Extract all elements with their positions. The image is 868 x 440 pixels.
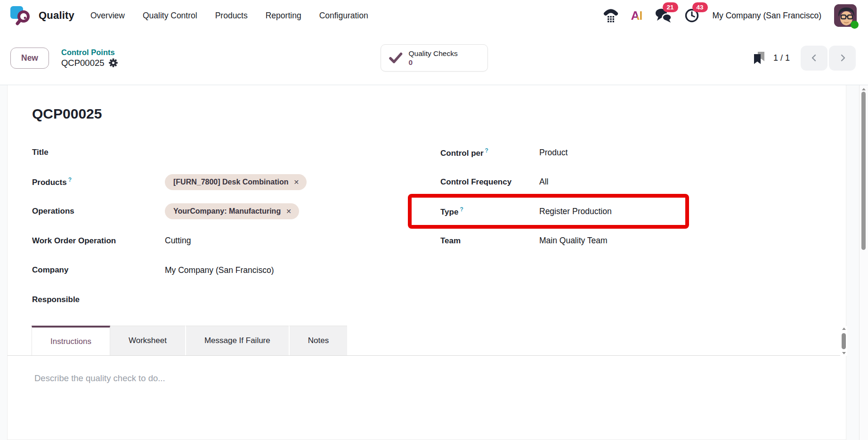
breadcrumb-control-points[interactable]: Control Points: [61, 48, 118, 57]
field-row-products: Products? [FURN_7800] Desk Combination ✕: [32, 168, 333, 197]
menu-item-overview[interactable]: Overview: [90, 11, 125, 21]
field-row-work-order-operation: Work Order Operation Cutting: [32, 226, 333, 256]
work-order-operation-label: Work Order Operation: [32, 236, 165, 246]
chevron-right-icon: [838, 53, 847, 63]
quality-checks-stat-text: Quality Checks 0: [409, 49, 458, 67]
operations-field-label: Operations: [32, 207, 165, 216]
main-menu: Overview Quality Control Products Report…: [90, 11, 368, 21]
scroll-down-icon[interactable]: [842, 352, 846, 354]
company-switcher[interactable]: My Company (San Francisco): [713, 11, 821, 21]
instructions-editor-placeholder[interactable]: Describe the quality check to do...: [34, 373, 165, 384]
main-scrollbar[interactable]: [859, 85, 868, 440]
products-label-text: Products: [32, 178, 67, 187]
type-label-text: Type: [440, 208, 458, 216]
product-tag[interactable]: [FURN_7800] Desk Combination ✕: [165, 174, 307, 190]
breadcrumb-current-label: QCP00025: [61, 58, 105, 68]
work-order-operation-value[interactable]: Cutting: [165, 236, 191, 246]
control-per-help-icon: ?: [485, 147, 488, 154]
messages-button[interactable]: 21: [655, 8, 672, 23]
activities-button[interactable]: 43: [685, 8, 700, 23]
control-frequency-label: Control Frequency: [440, 177, 539, 187]
quality-checks-count: 0: [409, 58, 413, 67]
field-row-control-per: Control per? Product: [440, 138, 690, 168]
tab-message-if-failure[interactable]: Message If Failure: [185, 326, 289, 355]
control-panel: New Control Points QCP00025: [0, 31, 868, 85]
magnifier-icon: [14, 8, 31, 25]
notebook-scrollbar-thumb[interactable]: [842, 333, 846, 349]
systray: AI 21 43 My Company (San Francisco): [603, 4, 857, 27]
check-icon: [389, 52, 403, 64]
pager-previous-button[interactable]: [801, 46, 827, 71]
type-label: Type?: [440, 206, 539, 217]
menu-item-products[interactable]: Products: [215, 11, 248, 21]
app-name[interactable]: Quality: [39, 9, 74, 22]
ai-button[interactable]: AI: [631, 8, 642, 23]
right-field-column: Control per? Product Control Frequency A…: [440, 138, 690, 256]
breadcrumb-current-record: QCP00025: [61, 58, 118, 68]
voip-phone-button[interactable]: [603, 8, 618, 23]
operation-tag[interactable]: YourCompany: Manufacturing ✕: [165, 203, 299, 219]
record-title: QCP00025: [32, 106, 102, 122]
tab-notes[interactable]: Notes: [289, 326, 347, 355]
type-help-icon: ?: [460, 206, 463, 213]
form-sheet: QCP00025 Title Products? [FURN_7800] Des…: [7, 85, 846, 440]
field-row-operations: Operations YourCompany: Manufacturing ✕: [32, 197, 333, 226]
company-field-value[interactable]: My Company (San Francisco): [165, 265, 274, 275]
control-per-label-text: Control per: [440, 149, 484, 158]
tab-instructions[interactable]: Instructions: [32, 326, 110, 355]
notebook-scrollbar[interactable]: [840, 326, 847, 356]
settings-gear-icon[interactable]: [109, 58, 118, 67]
pager-count: 1 / 1: [773, 53, 790, 63]
breadcrumb: Control Points QCP00025: [61, 48, 118, 68]
control-frequency-value[interactable]: All: [539, 177, 548, 187]
menu-item-reporting[interactable]: Reporting: [266, 11, 301, 21]
title-input[interactable]: [165, 145, 333, 160]
tab-worksheet[interactable]: Worksheet: [110, 326, 185, 355]
form-view-content: QCP00025 Title Products? [FURN_7800] Des…: [0, 85, 868, 440]
menu-item-configuration[interactable]: Configuration: [319, 11, 368, 21]
phone-icon: [603, 8, 618, 23]
team-value[interactable]: Main Quality Team: [539, 236, 608, 246]
quality-app-logo-icon[interactable]: [10, 5, 33, 26]
field-row-type: Type? Register Production: [440, 197, 690, 226]
control-per-value[interactable]: Product: [539, 148, 568, 158]
responsible-field-label: Responsible: [32, 295, 165, 304]
operation-tag-close-icon[interactable]: ✕: [286, 208, 292, 215]
type-value[interactable]: Register Production: [539, 207, 612, 216]
quality-checks-label: Quality Checks: [409, 49, 458, 58]
ai-icon: AI: [631, 8, 642, 23]
company-field-label: Company: [32, 265, 165, 275]
responsible-input[interactable]: [165, 293, 333, 307]
activities-count-badge: 43: [692, 2, 708, 12]
chevron-left-icon: [810, 53, 819, 63]
main-scroll-up-icon[interactable]: [862, 88, 866, 90]
main-scrollbar-thumb[interactable]: [861, 92, 866, 250]
top-navbar: Quality Overview Quality Control Product…: [0, 0, 868, 31]
new-button[interactable]: New: [10, 48, 49, 69]
product-tag-label: [FURN_7800] Desk Combination: [173, 178, 289, 186]
bookmark-icon[interactable]: [753, 51, 765, 64]
control-per-label: Control per?: [440, 147, 539, 158]
quality-checks-stat-button[interactable]: Quality Checks 0: [381, 44, 488, 72]
online-status-dot: [851, 21, 859, 29]
products-help-icon: ?: [68, 176, 72, 183]
field-row-team: Team Main Quality Team: [440, 226, 690, 256]
operation-tag-label: YourCompany: Manufacturing: [173, 207, 281, 216]
field-row-company: Company My Company (San Francisco): [32, 256, 333, 285]
team-label: Team: [440, 236, 539, 246]
messages-count-badge: 21: [663, 2, 678, 12]
pager: 1 / 1: [753, 46, 856, 71]
field-row-responsible: Responsible: [32, 285, 333, 315]
notebook-tabs: Instructions Worksheet Message If Failur…: [8, 326, 846, 356]
scroll-up-icon[interactable]: [842, 328, 846, 330]
product-tag-close-icon[interactable]: ✕: [294, 178, 300, 186]
products-field-label: Products?: [32, 176, 165, 187]
left-field-column: Title Products? [FURN_7800] Desk Combina…: [32, 138, 333, 314]
field-row-title: Title: [32, 138, 333, 168]
user-avatar[interactable]: [834, 4, 857, 27]
pager-buttons: [801, 46, 856, 71]
menu-item-quality-control[interactable]: Quality Control: [143, 11, 197, 21]
pager-next-button[interactable]: [829, 46, 856, 71]
title-field-label: Title: [32, 148, 165, 157]
field-row-control-frequency: Control Frequency All: [440, 168, 690, 197]
